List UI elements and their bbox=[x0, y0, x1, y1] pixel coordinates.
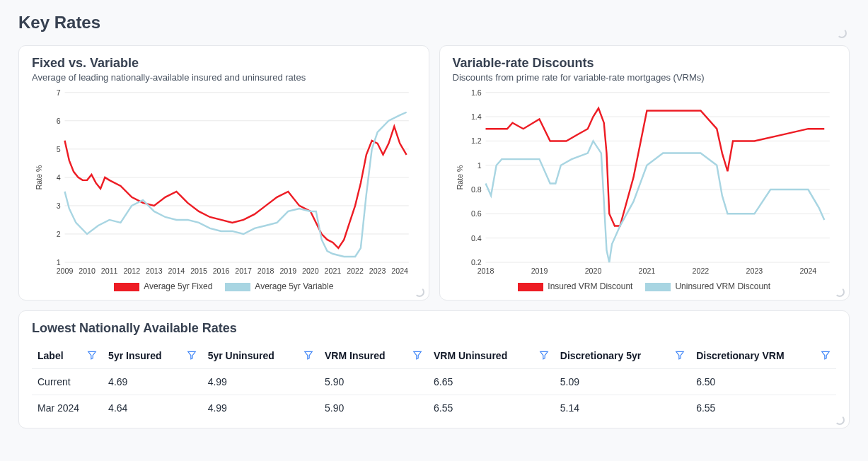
filter-icon[interactable] bbox=[303, 350, 313, 360]
svg-text:2021: 2021 bbox=[638, 267, 655, 275]
svg-marker-57 bbox=[305, 352, 313, 360]
chart-vrm-discounts[interactable]: 0.20.40.60.811.21.41.6201820192020202120… bbox=[453, 87, 837, 279]
chart-fixed-vs-variable[interactable]: 1234567200920102011201220132014201520162… bbox=[32, 87, 416, 279]
svg-text:2019: 2019 bbox=[531, 267, 548, 275]
svg-text:5: 5 bbox=[57, 145, 61, 153]
col-5yr-uninsured[interactable]: 5yr Uninsured bbox=[202, 343, 319, 369]
svg-text:3: 3 bbox=[57, 202, 61, 210]
cell-value: 6.65 bbox=[428, 369, 555, 395]
svg-text:0.8: 0.8 bbox=[470, 185, 481, 194]
svg-text:2009: 2009 bbox=[57, 267, 74, 275]
filter-icon[interactable] bbox=[187, 350, 197, 360]
svg-text:2018: 2018 bbox=[477, 267, 494, 275]
svg-text:2017: 2017 bbox=[235, 267, 252, 275]
swatch-blue-icon bbox=[225, 283, 250, 291]
cell-value: 5.14 bbox=[555, 395, 690, 421]
cell-value: 4.69 bbox=[103, 369, 202, 395]
cell-label: Mar 2024 bbox=[32, 395, 103, 421]
filter-icon[interactable] bbox=[821, 350, 831, 360]
svg-text:0.2: 0.2 bbox=[470, 258, 481, 267]
col-5yr-insured[interactable]: 5yr Insured bbox=[103, 343, 202, 369]
table-row: Mar 2024 4.64 4.99 5.90 6.55 5.14 6.55 bbox=[32, 395, 836, 421]
legend-item-fixed[interactable]: Average 5yr Fixed bbox=[114, 281, 212, 291]
rates-table: Label 5yr Insured 5yr Uninsured VRM Insu… bbox=[32, 343, 836, 421]
filter-icon[interactable] bbox=[412, 350, 422, 360]
svg-text:2014: 2014 bbox=[168, 267, 185, 275]
svg-text:7: 7 bbox=[57, 88, 61, 97]
svg-text:2024: 2024 bbox=[799, 267, 816, 275]
swatch-red-icon bbox=[114, 283, 139, 291]
cell-value: 5.90 bbox=[319, 395, 428, 421]
svg-text:2023: 2023 bbox=[369, 267, 386, 275]
card-title: Fixed vs. Variable bbox=[32, 56, 416, 71]
svg-text:2021: 2021 bbox=[325, 267, 342, 275]
card-fixed-vs-variable: Fixed vs. Variable Average of leading na… bbox=[18, 45, 429, 300]
svg-text:2019: 2019 bbox=[279, 267, 296, 275]
svg-marker-61 bbox=[822, 352, 830, 360]
filter-icon[interactable] bbox=[87, 350, 97, 360]
svg-text:2024: 2024 bbox=[391, 267, 408, 275]
swatch-red-icon bbox=[518, 283, 543, 291]
table-row: Current 4.69 4.99 5.90 6.65 5.09 6.50 bbox=[32, 369, 836, 395]
filter-icon[interactable] bbox=[539, 350, 549, 360]
legend-item-variable[interactable]: Average 5yr Variable bbox=[225, 281, 333, 291]
card-subtitle: Discounts from prime rate for variable-r… bbox=[453, 72, 837, 83]
svg-text:2: 2 bbox=[57, 230, 61, 238]
svg-text:2020: 2020 bbox=[302, 267, 319, 275]
col-vrm-uninsured[interactable]: VRM Uninsured bbox=[428, 343, 555, 369]
cell-value: 6.50 bbox=[690, 369, 836, 395]
card-lowest-rates: Lowest Nationally Available Rates Label … bbox=[18, 310, 850, 428]
cell-label: Current bbox=[32, 369, 103, 395]
svg-text:2018: 2018 bbox=[257, 267, 274, 275]
col-discretionary-5yr[interactable]: Discretionary 5yr bbox=[555, 343, 690, 369]
svg-marker-58 bbox=[414, 352, 422, 360]
svg-text:4: 4 bbox=[57, 173, 61, 182]
card-subtitle: Average of leading nationally-available … bbox=[32, 72, 416, 83]
svg-text:1: 1 bbox=[477, 161, 481, 170]
cell-value: 6.55 bbox=[690, 395, 836, 421]
table-header-row: Label 5yr Insured 5yr Uninsured VRM Insu… bbox=[32, 343, 836, 369]
cell-value: 4.99 bbox=[202, 369, 319, 395]
svg-text:2012: 2012 bbox=[123, 267, 140, 275]
legend-item-uninsured[interactable]: Uninsured VRM Discount bbox=[645, 281, 770, 291]
page-title: Key Rates bbox=[18, 13, 850, 33]
cell-value: 4.99 bbox=[202, 395, 319, 421]
svg-marker-59 bbox=[540, 352, 548, 360]
svg-text:2022: 2022 bbox=[692, 267, 709, 275]
svg-text:1.2: 1.2 bbox=[470, 136, 481, 145]
cell-value: 4.64 bbox=[103, 395, 202, 421]
svg-text:1.6: 1.6 bbox=[470, 88, 481, 97]
filter-icon[interactable] bbox=[675, 350, 685, 360]
swatch-blue-icon bbox=[645, 283, 671, 291]
svg-text:2015: 2015 bbox=[190, 267, 207, 275]
col-vrm-insured[interactable]: VRM Insured bbox=[319, 343, 428, 369]
loading-spinner-icon bbox=[837, 28, 847, 38]
svg-text:1: 1 bbox=[57, 258, 61, 267]
svg-text:2016: 2016 bbox=[213, 267, 230, 275]
svg-text:2022: 2022 bbox=[347, 267, 364, 275]
cell-value: 5.90 bbox=[319, 369, 428, 395]
svg-text:0.4: 0.4 bbox=[470, 234, 481, 243]
svg-text:0.6: 0.6 bbox=[470, 209, 481, 218]
loading-spinner-icon bbox=[835, 287, 845, 297]
loading-spinner-icon bbox=[835, 415, 845, 425]
svg-text:Rate %: Rate % bbox=[35, 165, 43, 189]
svg-marker-60 bbox=[676, 352, 684, 360]
svg-marker-56 bbox=[187, 352, 195, 360]
chart-legend: Insured VRM Discount Uninsured VRM Disco… bbox=[453, 279, 837, 293]
legend-item-insured[interactable]: Insured VRM Discount bbox=[518, 281, 632, 291]
card-vrm-discounts: Variable-rate Discounts Discounts from p… bbox=[439, 45, 850, 300]
col-discretionary-vrm[interactable]: Discretionary VRM bbox=[690, 343, 836, 369]
svg-text:2020: 2020 bbox=[584, 267, 601, 275]
card-title: Lowest Nationally Available Rates bbox=[32, 321, 836, 336]
svg-text:1.4: 1.4 bbox=[470, 112, 481, 121]
chart-legend: Average 5yr Fixed Average 5yr Variable bbox=[32, 279, 416, 293]
svg-marker-55 bbox=[88, 352, 96, 360]
cell-value: 5.09 bbox=[555, 369, 690, 395]
svg-text:Rate %: Rate % bbox=[455, 165, 463, 189]
col-label[interactable]: Label bbox=[32, 343, 103, 369]
svg-text:2023: 2023 bbox=[746, 267, 763, 275]
svg-text:6: 6 bbox=[57, 117, 61, 125]
svg-text:2013: 2013 bbox=[146, 267, 163, 275]
cell-value: 6.55 bbox=[428, 395, 555, 421]
